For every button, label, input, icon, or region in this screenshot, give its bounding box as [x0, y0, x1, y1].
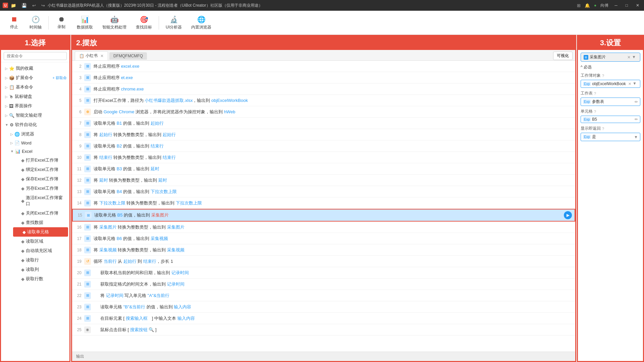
- worksheet-help-icon[interactable]: ?: [594, 92, 596, 96]
- flow-row-11[interactable]: 11 ⊞ 读取单元格 B3 的值，输出到 延时: [72, 163, 575, 175]
- return-help-icon[interactable]: ?: [602, 127, 604, 131]
- sidebar-item-bind-excel[interactable]: ◆ 绑定Excel工作簿: [12, 165, 69, 174]
- return-dropdown-icon[interactable]: ▼: [634, 135, 638, 139]
- stop-button[interactable]: ⏹ 停止: [4, 13, 24, 32]
- sidebar-item-browser[interactable]: ▷ 🌐 浏览器: [6, 129, 69, 139]
- data-extract-button[interactable]: 📊 数据抓取: [73, 13, 97, 32]
- flow-row-21[interactable]: 21 ⊞ 获取指定格式的时间文本，输出到 记录时间: [72, 279, 575, 290]
- play-button-15[interactable]: ▶: [564, 211, 572, 219]
- smart-text-button[interactable]: 🤖 智能文档处理: [98, 13, 130, 32]
- flow-row-16[interactable]: 16 ⊞ 将 采集图片 转换为整数类型，输出到 采集图片: [72, 222, 575, 233]
- get-cmd-button[interactable]: + 获取命: [53, 75, 67, 80]
- tab-xiaohongshu[interactable]: 📋 小红书 ✕: [75, 51, 108, 60]
- sidebar-item-excel[interactable]: ▼ 📊 Excel: [6, 147, 69, 156]
- sidebar-item-mouse-kb[interactable]: ▷ 🖱 鼠标键盘: [1, 92, 69, 101]
- cell-help-icon[interactable]: ?: [594, 110, 596, 114]
- flow-row-4[interactable]: 4 ⊠ 终止应用程序 chrome.exe: [72, 83, 575, 95]
- worksheet-value: 参数表: [592, 99, 635, 105]
- return-value: 是: [592, 134, 634, 140]
- favorites-icon: ⭐: [9, 66, 14, 71]
- stop-icon: ⏹: [11, 15, 17, 23]
- window-title: 小红书爆款选题抓取RPA机器人（搜案版）2023年10月30日 - 流程创造者（…: [48, 3, 263, 8]
- worksheet-input-row[interactable]: Exp 参数表 ✏: [581, 98, 640, 106]
- workbook-dropdown-icon[interactable]: ▼: [633, 81, 638, 86]
- flow-row-12[interactable]: 12 ⊞ 将 延时 转换为整数类型，输出到 延时: [72, 175, 575, 186]
- flow-row-15[interactable]: 15 ⊞ 读取单元格 B5 的值，输出到 采集图片 ▶: [72, 209, 575, 222]
- tab-2[interactable]: DFMQFMCMFQ: [109, 52, 147, 60]
- maximize-button[interactable]: □: [624, 2, 630, 8]
- sidebar-item-save-excel[interactable]: ◆ 保存Excel工作簿: [12, 174, 69, 184]
- sidebar-item-close-excel[interactable]: ◆ 关闭Excel工作簿: [12, 208, 69, 218]
- sidebar-item-read-row[interactable]: ◆ 读取行: [12, 255, 69, 265]
- tab-close-icon[interactable]: ✕: [100, 54, 104, 58]
- tag-dropdown-icon[interactable]: ▼: [632, 55, 637, 60]
- required-section-toggle[interactable]: ^ 必选: [581, 64, 640, 70]
- flow-row-6[interactable]: 6 ⊕ 启动 Google Chrome 浏览器，并将此浏览器作为操控对象，输出…: [72, 106, 575, 118]
- sidebar-item-find-data[interactable]: ◆ 查找数据: [12, 218, 69, 227]
- flow-row-17[interactable]: 17 ⊞ 读取单元格 B6 的值，输出到 采集视频: [72, 233, 575, 244]
- flow-row-13[interactable]: 13 ⊞ 读取单元格 B4 的值，输出到 下拉次数上限: [72, 186, 575, 197]
- workbook-close-btn[interactable]: ✕: [628, 82, 631, 86]
- right-panel-header: 3.设置: [578, 36, 643, 50]
- leaf-diamond-icon: ◆: [21, 220, 24, 225]
- sidebar-item-software-auto[interactable]: ▼ ⚙ 软件自动化: [1, 120, 69, 129]
- flow-row-5[interactable]: 5 ⊞ 打开Excel工作簿，路径为 小红书爆款选题抓取.xlsx，输出到 ob…: [72, 95, 575, 106]
- workbook-input-row[interactable]: Exp objExcelWorkBook ✕ ▼: [581, 80, 640, 88]
- sidebar-item-ext-cmd[interactable]: ▷ 📦 扩展命令 + 获取命: [1, 73, 69, 82]
- flow-row-25[interactable]: 25 ◉ 鼠标点击目标 [ 搜索按钮 🔍 ]: [72, 324, 575, 336]
- sidebar-item-open-excel[interactable]: ◆ 打开Excel工作簿: [12, 156, 69, 165]
- row-icon-19: ↺: [84, 258, 91, 265]
- flow-row-14[interactable]: 14 ⊞ 将 下拉次数上限 转换为整数类型，输出到 下拉次数上限: [72, 197, 575, 209]
- timeline-button[interactable]: 🕐 时间轴: [25, 13, 46, 32]
- flow-row-9[interactable]: 9 ⊞ 读取单元格 B2 的值，输出到 结束行: [72, 140, 575, 152]
- sidebar-item-read-col[interactable]: ◆ 读取列: [12, 265, 69, 274]
- leaf-diamond-icon: ◆: [21, 158, 24, 163]
- flow-row-3[interactable]: 3 ⊠ 终止应用程序 et.exe: [72, 72, 575, 83]
- visible-button[interactable]: 可视化: [553, 52, 573, 60]
- workbook-help-icon[interactable]: ?: [602, 74, 604, 78]
- flow-row-23[interactable]: 23 ⊞ 读取单元格 "B"&当前行 的值，输出到 输入内容: [72, 301, 575, 313]
- flow-row-19[interactable]: 19 ↺ 循环 当前行 从 起始行 到 结束行，步长 1: [72, 256, 575, 267]
- flow-row-24[interactable]: 24 ⊞ 在目标元素 [ 搜索输入框 ] 中输入文本 输入内容: [72, 313, 575, 324]
- close-button[interactable]: ✕: [634, 2, 641, 8]
- worksheet-edit-icon[interactable]: ✏: [635, 100, 638, 104]
- return-label: 显示即返回 ?: [581, 126, 640, 131]
- workbook-value: objExcelWorkBook: [592, 81, 628, 86]
- flow-row-8[interactable]: 8 ⊞ 将 起始行 转换为整数类型，输出到 起始行: [72, 129, 575, 140]
- cell-input-row[interactable]: Exp B5 ✏: [581, 116, 640, 123]
- record-icon: ⏺: [58, 15, 65, 23]
- search-input[interactable]: [4, 52, 67, 60]
- sidebar-item-basic-cmd[interactable]: ▷ 📋 基本命令: [1, 82, 69, 92]
- return-select-row[interactable]: Exp 是 ▼: [581, 133, 640, 141]
- flow-row-2[interactable]: 2 ⊠ 终止应用程序 excel.exe: [72, 61, 575, 72]
- row-icon-22: ⊞: [84, 292, 91, 299]
- minimize-button[interactable]: ─: [612, 2, 620, 8]
- sidebar-item-ui-ops[interactable]: ▷ 🖼 界面操作: [1, 101, 69, 111]
- flow-row-20[interactable]: 20 ⊞ 获取本机当前的时间和日期，输出到 记录时间: [72, 267, 575, 279]
- sidebar-item-read-cell[interactable]: ◆ 读取单元格: [13, 227, 68, 237]
- find-target-button[interactable]: 🎯 查找目标: [132, 13, 156, 32]
- cell-edit-icon[interactable]: ✏: [635, 117, 638, 122]
- main-area: 1.选择 ▷ ⭐ 我的收藏 ▷ 📦 扩展命令 + 获取命 ▷ 📋 基本命令: [0, 35, 644, 362]
- sidebar-item-activate-excel[interactable]: ◆ 激活Excel工作簿窗口: [12, 193, 69, 208]
- ui-analyzer-button[interactable]: 🔬 UI分析器: [162, 13, 186, 32]
- tag-close-button[interactable]: ✕: [627, 55, 631, 60]
- sidebar-item-read-range[interactable]: ◆ 读取区域: [12, 237, 69, 246]
- excel-icon: 📊: [15, 149, 20, 154]
- center-panel-header: 2.摆放: [72, 36, 575, 50]
- data-extract-icon: 📊: [81, 15, 89, 23]
- sidebar-item-saveas-excel[interactable]: ◆ 另存Excel工作簿: [12, 184, 69, 193]
- flow-row-22[interactable]: 22 ⊞ 将 记录时间 写入单元格 "A"&当前行: [72, 290, 575, 301]
- embedded-browser-button[interactable]: 🌐 内置浏览器: [187, 13, 215, 32]
- sidebar-item-smart-text[interactable]: ▷ 🔍 智能文输处理: [1, 111, 69, 120]
- flow-row-10[interactable]: 10 ⊞ 将 结束行 转换为整数类型，输出到 结束行: [72, 152, 575, 163]
- sidebar-item-get-rows[interactable]: ◆ 获取行数: [12, 274, 69, 284]
- right-panel: 3.设置 ⊞ 采集图片 ✕ ▼ ^ 必选 工作簿对象 ? Exp objExce…: [577, 35, 644, 362]
- record-button[interactable]: ⏺ 录制: [51, 13, 71, 32]
- sidebar-item-favorites[interactable]: ▷ ⭐ 我的收藏: [1, 64, 69, 73]
- software-auto-icon: ⚙: [10, 122, 14, 127]
- flow-row-7[interactable]: 7 ⊞ 读取单元格 B1 的值，输出到 起始行: [72, 118, 575, 129]
- sidebar-item-auto-fill[interactable]: ◆ 自动填充区域: [12, 246, 69, 255]
- flow-row-18[interactable]: 18 ⊞ 将 采集视频 转换为整数类型，输出到 采集视频: [72, 244, 575, 256]
- sidebar-item-word[interactable]: ▷ 📄 Word: [6, 139, 69, 147]
